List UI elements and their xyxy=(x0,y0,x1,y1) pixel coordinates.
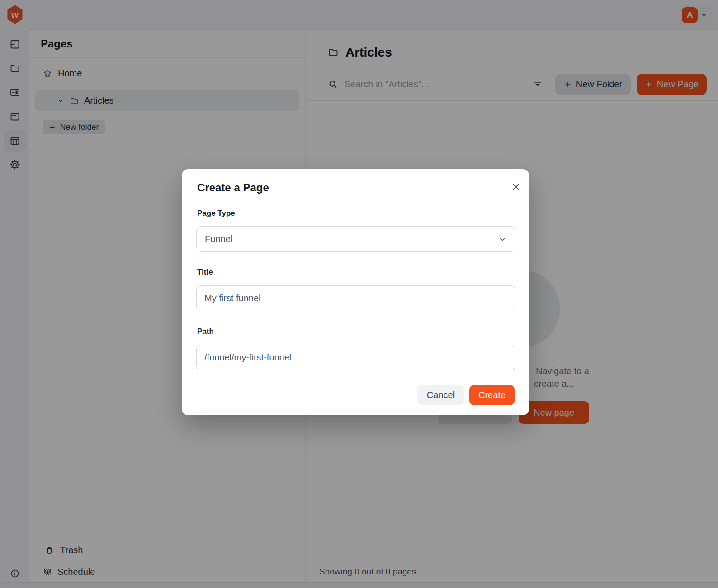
cancel-button[interactable]: Cancel xyxy=(417,385,464,405)
path-label: Path xyxy=(197,327,214,336)
create-page-modal: Create a Page Page Type Funnel Title Pat… xyxy=(182,169,529,415)
page-type-select[interactable]: Funnel xyxy=(196,226,515,252)
path-input[interactable] xyxy=(196,345,515,370)
app-screen: A w xyxy=(0,0,718,588)
modal-title: Create a Page xyxy=(197,181,269,194)
chevron-down-icon xyxy=(498,235,507,244)
create-button[interactable]: Create xyxy=(469,385,515,405)
page-type-value: Funnel xyxy=(205,234,498,244)
page-type-label: Page Type xyxy=(197,209,235,218)
title-label: Title xyxy=(197,268,213,277)
close-icon[interactable] xyxy=(511,181,522,192)
title-input[interactable] xyxy=(196,285,515,311)
